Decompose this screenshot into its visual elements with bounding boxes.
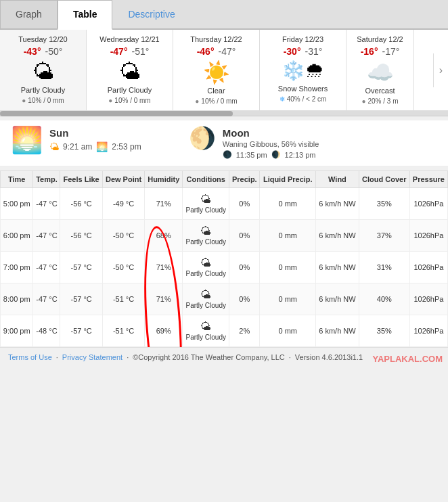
terms-link[interactable]: Terms of Use [8, 353, 52, 361]
temp-low: -51° [132, 46, 150, 57]
moonset-time: 12:13 pm [285, 151, 316, 159]
col-pressure: Pressure [409, 171, 447, 188]
col-humidity: Humidity [145, 171, 183, 188]
forecast-day-2[interactable]: Wednesday 12/21 -47° -51° 🌤 Partly Cloud… [87, 30, 173, 110]
cell-time: 9:00 pm [1, 315, 33, 347]
cell-wind: 6 km/h NW [316, 220, 359, 252]
table-row: 7:00 pm-47 °C-57 °C-50 °C71%🌤Partly Clou… [1, 252, 448, 283]
tab-descriptive[interactable]: Descriptive [112, 0, 190, 28]
cell-humidity: 71% [145, 188, 183, 220]
cell-wind: 6 km/h NW [316, 315, 359, 347]
cell-pressure: 1026hPa [409, 188, 447, 220]
cell-time: 6:00 pm [1, 220, 33, 252]
cell-humidity: 68% [145, 220, 183, 252]
col-wind: Wind [316, 171, 359, 188]
temp-high: -46° [197, 46, 215, 57]
footer: Terms of Use · Privacy Statement · ©Copy… [0, 347, 448, 367]
weather-table-section: Time Temp. Feels Like Dew Point Humidity… [0, 170, 448, 347]
sun-icon-large: 🌅 [11, 127, 43, 153]
forecast-day-5[interactable]: Saturday 12/2 -16° -17° ☁️ Overcast ● 20… [346, 30, 414, 110]
temps: -16° -17° [349, 46, 411, 57]
col-cloud: Cloud Cover [359, 171, 409, 188]
moonset-icon: 🌒 [271, 150, 281, 159]
cell-pressure: 1026hPa [409, 283, 447, 315]
cell-condition: 🌤Partly Cloudy [183, 283, 229, 315]
day-label: Wednesday 12/21 [89, 35, 170, 43]
col-feels: Feels Like [60, 171, 102, 188]
table-row: 5:00 pm-47 °C-56 °C-49 °C71%🌤Partly Clou… [1, 188, 448, 220]
cell-time: 7:00 pm [1, 252, 33, 283]
temp-high: -47° [110, 46, 128, 57]
col-temp: Temp. [33, 171, 60, 188]
cell-cloud: 35% [359, 188, 409, 220]
temp-low: -17° [382, 46, 400, 57]
cell-liquid: 0 mm [260, 188, 316, 220]
temps: -47° -51° [89, 46, 170, 57]
weather-icon: ☁️ [349, 60, 411, 85]
cell-liquid: 0 mm [260, 283, 316, 315]
cell-precip: 0% [229, 252, 260, 283]
cell-precip: 2% [229, 315, 260, 347]
sunrise-icon: 🌤 [49, 141, 59, 152]
sunrise-time: 9:21 am [63, 142, 92, 152]
cell-humidity: 69% [145, 315, 183, 347]
cell-liquid: 0 mm [260, 252, 316, 283]
weather-icon: ❄️🌨 [263, 60, 343, 82]
cell-feels: -56 °C [60, 188, 102, 220]
moonrise-icon: 🌑 [223, 150, 232, 159]
sun-title: Sun [49, 127, 141, 139]
condition-label: Partly Cloudy [89, 86, 170, 94]
precip-info: ❄ 40% / < 2 cm [263, 95, 343, 103]
table-row: 6:00 pm-47 °C-56 °C-50 °C68%🌤Partly Clou… [1, 220, 448, 252]
forecast-day-1[interactable]: Tuesday 12/20 -43° -50° 🌤 Partly Cloudy … [0, 30, 87, 110]
next-day-arrow[interactable]: › [433, 53, 448, 87]
temp-low: -31° [305, 46, 323, 57]
precip-info: ● 10% / 0 mm [89, 97, 170, 104]
forecast-day-4[interactable]: Friday 12/23 -30° -31° ❄️🌨 Snow Showers … [260, 30, 346, 110]
cell-dew: -49 °C [102, 188, 144, 220]
tab-table[interactable]: Table [58, 0, 113, 30]
table-row: 8:00 pm-47 °C-57 °C-51 °C71%🌤Partly Clou… [1, 283, 448, 315]
scrollbar-thumb [0, 111, 233, 116]
condition-label: Clear [176, 87, 256, 95]
cell-feels: -56 °C [60, 220, 102, 252]
cell-cloud: 31% [359, 252, 409, 283]
col-precip: Precip. [229, 171, 260, 188]
cell-condition: 🌤Partly Cloudy [183, 188, 229, 220]
moon-block: 🌖 Moon Waning Gibbous, 56% visible 🌑 11:… [189, 127, 319, 159]
weather-icon: 🌤 [3, 60, 83, 85]
moon-phase: Waning Gibbous, 56% visible [223, 140, 319, 148]
temp-high: -16° [361, 46, 378, 57]
cell-precip: 0% [229, 188, 260, 220]
cell-condition: 🌤Partly Cloudy [183, 220, 229, 252]
cell-precip: 0% [229, 220, 260, 252]
temps: -30° -31° [263, 46, 343, 57]
weather-icon: 🌤 [89, 60, 170, 85]
col-conditions: Conditions [183, 171, 229, 188]
moonrise-time: 11:35 pm [236, 151, 267, 159]
cell-wind: 6 km/h NW [316, 188, 359, 220]
tab-graph[interactable]: Graph [0, 0, 58, 28]
cell-condition: 🌤Partly Cloudy [183, 252, 229, 283]
cell-temp: -47 °C [33, 188, 60, 220]
temp-high: -30° [284, 46, 301, 57]
precip-info: ● 20% / 3 m [349, 97, 411, 105]
cell-feels: -57 °C [60, 252, 102, 283]
sun-moon-section: 🌅 Sun 🌤 9:21 am 🌅 2:53 pm 🌖 Moon Waning … [0, 120, 448, 166]
cell-condition: 🌤Partly Cloudy [183, 315, 229, 347]
precip-info: ● 10% / 0 mm [176, 97, 256, 105]
cell-dew: -50 °C [102, 220, 144, 252]
privacy-link[interactable]: Privacy Statement [62, 353, 122, 361]
cell-wind: 6 km/h NW [316, 283, 359, 315]
cell-pressure: 1026hPa [409, 252, 447, 283]
moon-icon-large: 🌖 [189, 127, 216, 149]
cell-time: 8:00 pm [1, 283, 33, 315]
weather-icon: ☀️ [176, 60, 256, 85]
forecast-day-3[interactable]: Thursday 12/22 -46° -47° ☀️ Clear ● 10% … [173, 30, 260, 110]
tabs-bar: Graph Table Descriptive [0, 0, 448, 30]
footer-sep3: · [289, 353, 291, 361]
scrollbar-track[interactable] [0, 111, 448, 116]
cell-dew: -50 °C [102, 252, 144, 283]
cell-cloud: 37% [359, 220, 409, 252]
cell-time: 5:00 pm [1, 188, 33, 220]
